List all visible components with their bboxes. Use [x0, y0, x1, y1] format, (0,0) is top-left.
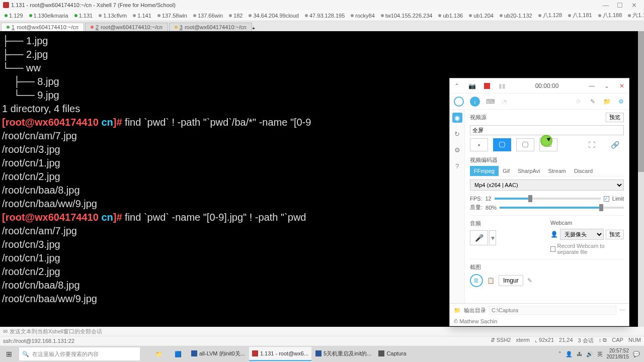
- refresh-icon[interactable]: ⟳: [575, 98, 583, 105]
- session-item[interactable]: 137.58win: [155, 13, 190, 19]
- notification-icon[interactable]: 💬: [633, 351, 640, 357]
- sidebar-settings[interactable]: ⚙: [452, 145, 462, 155]
- webcam-separate-checkbox[interactable]: [550, 246, 555, 252]
- session-item[interactable]: 182: [226, 13, 245, 19]
- mic-button[interactable]: 🎤: [470, 230, 488, 245]
- session-tab[interactable]: 2 root@wx604174410:~/cn: [85, 23, 168, 31]
- system-tray[interactable]: ˄ 👤 🖧 🔊 英 20:57:52 2021/8/15 💬: [558, 348, 645, 360]
- cap-up-icon[interactable]: ⌃: [453, 82, 461, 90]
- outdir-more-button[interactable]: ⋯: [619, 307, 625, 314]
- screenshot-clipboard-button[interactable]: 📋: [487, 277, 495, 284]
- pencil-icon[interactable]: ✎: [589, 98, 597, 105]
- tray-network-icon[interactable]: 🖧: [577, 351, 582, 357]
- taskbar-app[interactable]: all-LVM 的init0关...: [188, 347, 248, 361]
- session-item[interactable]: 34.64.204.99cloud: [246, 13, 301, 19]
- session-item[interactable]: 八1.181: [566, 12, 595, 19]
- screenshot-disk-button[interactable]: 🗎: [470, 274, 483, 287]
- video-source-input[interactable]: [470, 125, 624, 135]
- webcam-label: Webcam: [550, 220, 624, 226]
- start-button[interactable]: ⊞: [0, 346, 18, 362]
- captura-credit: © Mathew Sachin: [450, 317, 629, 326]
- encoder-tab[interactable]: Stream: [544, 166, 570, 176]
- webcam-select[interactable]: 无摄像头: [560, 229, 604, 240]
- session-item[interactable]: tw104.155.226.234: [378, 13, 435, 19]
- session-item[interactable]: 八1.128: [536, 12, 565, 19]
- session-item[interactable]: ub20-1.132: [497, 13, 535, 19]
- session-tab[interactable]: 3 root@wx604174410:~/cn: [169, 23, 252, 31]
- taskbar-pinned-icon[interactable]: 📁: [150, 347, 168, 361]
- tool-circle-2[interactable]: ↓: [470, 97, 480, 107]
- encoder-tab[interactable]: FFmpeg: [470, 166, 499, 176]
- maximize-button[interactable]: ☐: [613, 2, 627, 9]
- mic-dropdown[interactable]: ▾: [489, 230, 496, 245]
- quality-slider[interactable]: [500, 207, 624, 209]
- imgur-button[interactable]: Imgur: [499, 275, 523, 286]
- folder-icon[interactable]: 📁: [603, 98, 611, 105]
- session-item[interactable]: 六1.166: [625, 12, 644, 19]
- fps-slider[interactable]: [495, 198, 601, 200]
- session-item[interactable]: 47.93.128.195: [302, 13, 347, 19]
- sidebar-history[interactable]: ↻: [452, 129, 462, 139]
- session-item[interactable]: 1.141: [130, 13, 154, 19]
- status-size: 92x21: [539, 337, 554, 343]
- taskbar-app[interactable]: 1.131 - root@wx6...: [249, 347, 311, 361]
- sidebar-help[interactable]: ?: [452, 161, 462, 171]
- cap-expand-button[interactable]: ⌄: [603, 82, 611, 90]
- screenshot-edit-button[interactable]: ✎: [527, 277, 532, 284]
- session-tab[interactable]: 1 root@wx604174410:~/cn: [1, 23, 84, 31]
- webcam-preview-button[interactable]: 预览: [606, 230, 624, 239]
- limit-checkbox[interactable]: ✓: [604, 196, 609, 202]
- tray-people-icon[interactable]: 👤: [566, 351, 573, 357]
- session-item[interactable]: ub1.204: [466, 13, 496, 19]
- window-title: 1.131 - root@wx604174410:~/cn - Xshell 7…: [11, 2, 176, 8]
- outdir-value[interactable]: C:\Captura: [489, 306, 616, 315]
- tray-ime-icon[interactable]: 英: [597, 350, 603, 358]
- new-tab-button[interactable]: +: [252, 25, 255, 31]
- indicator-icon[interactable]: ◔: [500, 98, 508, 105]
- source-camera[interactable]: ▪: [470, 138, 488, 151]
- broadcast-bar: ✉ 发送文本到当前Xshell窗口的全部会话: [0, 327, 644, 336]
- preview-button[interactable]: 预览: [606, 113, 624, 122]
- session-item[interactable]: rocky84: [348, 13, 377, 19]
- taskbar-clock[interactable]: 20:57:52 2021/8/15: [607, 348, 629, 360]
- encoder-tab[interactable]: Discard: [570, 166, 597, 176]
- encoder-label: 视频编码器: [470, 156, 624, 164]
- source-window[interactable]: 🖵: [516, 138, 534, 151]
- pause-button[interactable]: ▮▮: [498, 82, 506, 90]
- session-item[interactable]: 1.129: [2, 13, 26, 19]
- taskbar-app[interactable]: 5关机重启及init的...: [312, 347, 374, 361]
- codec-select[interactable]: Mp4 (x264 | AAC): [470, 179, 624, 191]
- taskbar-app[interactable]: Captura: [375, 347, 409, 361]
- session-item[interactable]: ub1.136: [436, 13, 465, 19]
- record-button[interactable]: [483, 82, 491, 90]
- session-item[interactable]: 1.131: [72, 13, 96, 19]
- encoder-tabs: FFmpegGifSharpAviStreamDiscard: [470, 166, 624, 176]
- minimize-button[interactable]: —: [599, 2, 613, 9]
- camera-icon[interactable]: 📷: [468, 82, 476, 90]
- source-screen[interactable]: 🖵: [493, 138, 511, 151]
- status-cap: CAP: [612, 337, 623, 344]
- screenshot-label: 截图: [470, 263, 624, 271]
- session-item[interactable]: 1.130elkmaria: [27, 13, 71, 19]
- status-term: xterm: [516, 337, 530, 344]
- taskbar-search[interactable]: 🔍 在这里输入你要搜索的内容: [19, 347, 140, 360]
- close-button[interactable]: ✕: [627, 2, 641, 9]
- sidebar-main[interactable]: ◉: [452, 113, 462, 123]
- gear-icon[interactable]: ⚙: [617, 98, 625, 105]
- tray-volume-icon[interactable]: 🔊: [586, 351, 593, 357]
- encoder-tab[interactable]: SharpAvi: [514, 166, 544, 176]
- session-item[interactable]: 八1.188: [596, 12, 625, 19]
- cap-close-button[interactable]: ✕: [618, 82, 626, 90]
- session-item[interactable]: 137.66win: [191, 13, 225, 19]
- tool-circle-1[interactable]: [454, 97, 464, 107]
- terminal-scrollthumb[interactable]: [638, 31, 644, 172]
- cap-minimize-button[interactable]: —: [588, 82, 596, 90]
- source-fullscreen[interactable]: ⛶: [583, 138, 601, 151]
- session-item[interactable]: 1.13cflvm: [96, 13, 129, 19]
- taskbar-pinned-icon[interactable]: 🟦: [169, 347, 187, 361]
- quality-label: 质量:: [470, 204, 482, 211]
- source-link[interactable]: 🔗: [606, 138, 624, 151]
- encoder-tab[interactable]: Gif: [499, 166, 514, 176]
- tray-chevron-icon[interactable]: ˄: [558, 351, 561, 357]
- keyboard-icon[interactable]: ⌨: [486, 98, 494, 105]
